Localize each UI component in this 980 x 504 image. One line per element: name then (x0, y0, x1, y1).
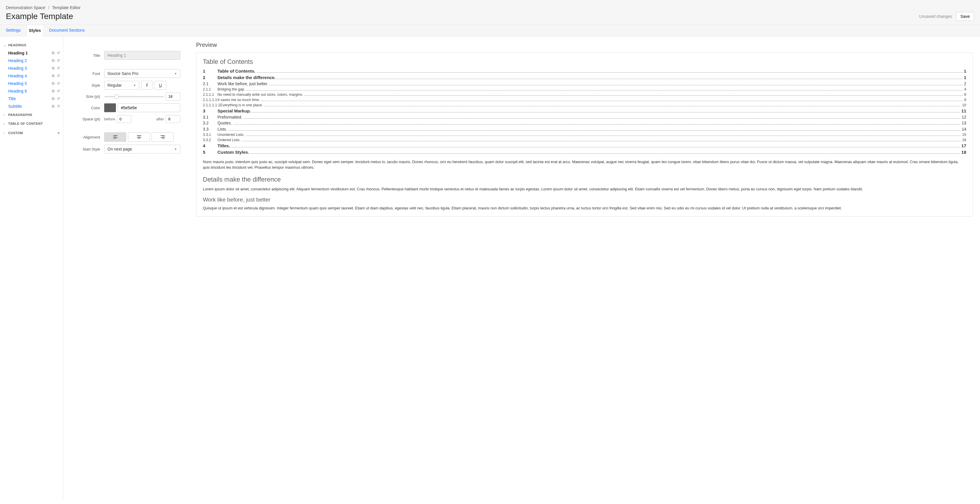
toc-row: 1Table of Contents.1 (203, 68, 966, 74)
copy-icon[interactable]: ⧉ (52, 89, 54, 93)
copy-icon[interactable]: ⧉ (52, 66, 54, 70)
reset-icon[interactable]: ↺ (57, 51, 60, 55)
plus-icon[interactable]: + (57, 131, 60, 135)
copy-icon[interactable]: ⧉ (52, 104, 54, 108)
space-before-input[interactable] (117, 115, 131, 123)
style-link[interactable]: Heading 6 (8, 89, 52, 93)
color-swatch[interactable] (104, 104, 116, 112)
sidebar: ⌄ HEADINGS Heading 1⧉↺Heading 2⧉↺Heading… (0, 36, 63, 501)
toc-num: 2.1.1.1.1.1 (203, 102, 220, 108)
copy-icon[interactable]: ⧉ (52, 96, 54, 101)
tab-styles[interactable]: Styles (27, 25, 43, 36)
align-center-icon (137, 135, 141, 139)
font-select[interactable]: Source Sans Pro ▼ (104, 69, 180, 78)
style-item-icons: ⧉↺ (52, 73, 60, 78)
toc-text: Lists. (218, 126, 227, 132)
reset-icon[interactable]: ↺ (57, 89, 60, 93)
label-title: Title (66, 53, 104, 58)
style-link[interactable]: Subtitle (8, 104, 52, 108)
breadcrumb-section[interactable]: Template Editor (52, 5, 81, 10)
topbar: Demonstration Space / Template Editor Ex… (0, 0, 980, 25)
toc-dots (243, 118, 961, 119)
space-after-input[interactable] (165, 115, 180, 123)
align-left-button[interactable] (104, 132, 126, 142)
preview-body-2: Lorem ipsum dolor sit amet, consectetur … (203, 186, 966, 192)
reset-icon[interactable]: ↺ (57, 96, 60, 101)
label-alignment: Alignment (66, 135, 104, 139)
tab-settings[interactable]: Settings (6, 25, 21, 36)
style-select[interactable]: Regular ▼ (104, 81, 139, 89)
reset-icon[interactable]: ↺ (57, 104, 60, 108)
align-left-icon (113, 135, 118, 139)
toc-page: 17 (961, 143, 966, 149)
style-item: Subtitle⧉↺ (3, 102, 60, 110)
toc-num: 3 (203, 108, 218, 114)
section-headings[interactable]: ⌄ HEADINGS (3, 40, 60, 49)
align-right-button[interactable] (152, 132, 173, 142)
copy-icon[interactable]: ⧉ (52, 58, 54, 63)
copy-icon[interactable]: ⧉ (52, 51, 54, 55)
toc-page: 10 (962, 102, 966, 108)
reset-icon[interactable]: ↺ (57, 73, 60, 78)
preview-box: Table of Contents 1Table of Contents.12D… (196, 53, 973, 217)
toc-num: 2.1.1 (203, 87, 218, 92)
reset-icon[interactable]: ↺ (57, 58, 60, 63)
start-style-value: On next page (107, 147, 132, 152)
form-area: Title Font Source Sans Pro ▼ Style Regul… (63, 36, 189, 501)
toc-list: 1Table of Contents.12Details make the di… (203, 68, 966, 156)
style-item: Heading 5⧉↺ (3, 80, 60, 87)
toc-num: 4 (203, 143, 218, 149)
save-button[interactable]: Save (956, 12, 974, 21)
copy-icon[interactable]: ⧉ (52, 81, 54, 86)
toc-page: 18 (961, 149, 966, 156)
section-custom[interactable]: › CUSTOM + (3, 128, 60, 138)
italic-button[interactable]: I (141, 81, 153, 89)
section-toc[interactable]: › TABLE OF CONTENT (3, 119, 60, 128)
style-link[interactable]: Heading 3 (8, 66, 52, 70)
label-color: Color (66, 106, 104, 110)
align-right-icon (161, 135, 165, 139)
style-link[interactable]: Heading 5 (8, 81, 52, 86)
toc-row: 3.3Lists.14 (203, 126, 966, 132)
reset-icon[interactable]: ↺ (57, 81, 60, 86)
toc-text: Ordered Lists. (218, 137, 240, 143)
style-link[interactable]: Heading 1 (8, 51, 52, 55)
style-item: Heading 2⧉↺ (3, 57, 60, 64)
align-center-button[interactable] (128, 132, 150, 142)
breadcrumb-space[interactable]: Demonstration Space (6, 5, 45, 10)
toc-text: Bridging the gap. (218, 87, 245, 92)
reset-icon[interactable]: ↺ (57, 66, 60, 70)
toc-dots (233, 124, 960, 124)
toc-page: 15 (962, 132, 966, 137)
size-input[interactable] (165, 93, 180, 100)
toc-dots (277, 79, 963, 79)
toc-row: 3.3.2Ordered Lists.16 (203, 137, 966, 143)
style-item: Title⧉↺ (3, 95, 60, 102)
toc-text: Preformatted. (218, 114, 242, 120)
toc-text: Special Markup. (218, 108, 251, 114)
toc-title: Table of Contents (203, 58, 966, 65)
label-space: Space (pt) (66, 117, 104, 121)
toc-text: Work like before, just better. (218, 81, 268, 87)
style-item-icons: ⧉↺ (52, 81, 60, 86)
preview-body-1: Nunc mauris justo, interdum quis justo a… (203, 159, 966, 171)
style-link[interactable]: Title (8, 96, 52, 101)
preview-body-3: Quisque ut ipsum et est vehicula digniss… (203, 205, 966, 211)
chevron-right-icon: › (3, 113, 6, 116)
style-item-icons: ⧉↺ (52, 96, 60, 101)
section-paragraphs[interactable]: › PARAGRAPHS (3, 110, 60, 119)
tab-document-sections[interactable]: Document Sections (49, 25, 84, 36)
start-style-select[interactable]: On next page ▼ (104, 145, 180, 153)
toc-page: 1 (964, 68, 966, 74)
style-item-icons: ⧉↺ (52, 58, 60, 63)
toc-row: 2.1.1.1.1It saves me so much time.8 (203, 97, 966, 102)
color-input[interactable] (118, 104, 180, 112)
preview-heading: Preview (196, 41, 973, 48)
copy-icon[interactable]: ⧉ (52, 73, 54, 78)
status-text: Unsaved changes (919, 14, 952, 19)
style-link[interactable]: Heading 2 (8, 58, 52, 63)
underline-button[interactable]: U (154, 81, 166, 89)
style-link[interactable]: Heading 4 (8, 73, 52, 78)
style-item-icons: ⧉↺ (52, 104, 60, 108)
size-slider[interactable] (104, 96, 164, 97)
